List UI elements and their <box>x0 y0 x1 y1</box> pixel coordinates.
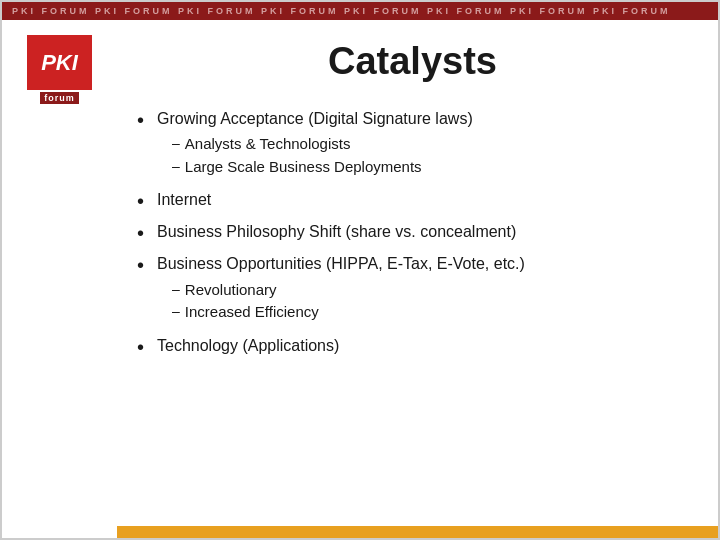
sub-item-text: Analysts & Technologists <box>185 133 351 156</box>
main-content: PKI forum Catalysts • Growing Acceptance… <box>2 20 718 538</box>
item-text: Growing Acceptance (Digital Signature la… <box>157 110 473 127</box>
bullet-text: Growing Acceptance (Digital Signature la… <box>157 108 688 181</box>
sub-list: – Analysts & Technologists – Large Scale… <box>172 133 688 178</box>
bullet-text: Internet <box>157 189 688 211</box>
sub-list-item: – Analysts & Technologists <box>172 133 688 156</box>
sub-bullet-icon: – <box>172 133 180 154</box>
bullet-icon: • <box>137 108 157 132</box>
bullet-icon: • <box>137 189 157 213</box>
list-item: • Internet <box>137 189 688 213</box>
bullet-text: Business Philosophy Shift (share vs. con… <box>157 221 688 243</box>
sub-list-item: – Increased Efficiency <box>172 301 688 324</box>
bullet-icon: • <box>137 253 157 277</box>
bullet-icon: • <box>137 335 157 359</box>
slide-title: Catalysts <box>137 40 688 83</box>
item-text: Technology (Applications) <box>157 337 339 354</box>
sub-bullet-icon: – <box>172 156 180 177</box>
logo-pki-text: PKI <box>41 52 78 74</box>
sub-item-text: Large Scale Business Deployments <box>185 156 422 179</box>
slide: PKI FORUM PKI FORUM PKI FORUM PKI FORUM … <box>0 0 720 540</box>
sub-list-item: – Revolutionary <box>172 279 688 302</box>
sub-item-text: Increased Efficiency <box>185 301 319 324</box>
sub-item-text: Revolutionary <box>185 279 277 302</box>
list-item: • Technology (Applications) <box>137 335 688 359</box>
sub-bullet-icon: – <box>172 301 180 322</box>
item-text: Internet <box>157 191 211 208</box>
bullet-text: Technology (Applications) <box>157 335 688 357</box>
sub-bullet-icon: – <box>172 279 180 300</box>
list-item: • Growing Acceptance (Digital Signature … <box>137 108 688 181</box>
left-sidebar: PKI forum <box>2 20 117 538</box>
bullet-text: Business Opportunities (HIPPA, E-Tax, E-… <box>157 253 688 326</box>
right-content: Catalysts • Growing Acceptance (Digital … <box>117 20 718 538</box>
logo-box: PKI <box>27 35 92 90</box>
list-item: • Business Philosophy Shift (share vs. c… <box>137 221 688 245</box>
top-bar: PKI FORUM PKI FORUM PKI FORUM PKI FORUM … <box>2 2 718 20</box>
top-bar-text: PKI FORUM PKI FORUM PKI FORUM PKI FORUM … <box>12 6 670 16</box>
bullet-icon: • <box>137 221 157 245</box>
item-text: Business Opportunities (HIPPA, E-Tax, E-… <box>157 255 525 272</box>
bottom-bar <box>117 526 718 538</box>
logo-container: PKI forum <box>27 35 92 104</box>
content-list: • Growing Acceptance (Digital Signature … <box>137 108 688 367</box>
item-text: Business Philosophy Shift (share vs. con… <box>157 223 516 240</box>
sub-list: – Revolutionary – Increased Efficiency <box>172 279 688 324</box>
sub-list-item: – Large Scale Business Deployments <box>172 156 688 179</box>
list-item: • Business Opportunities (HIPPA, E-Tax, … <box>137 253 688 326</box>
logo-forum-text: forum <box>40 92 79 104</box>
